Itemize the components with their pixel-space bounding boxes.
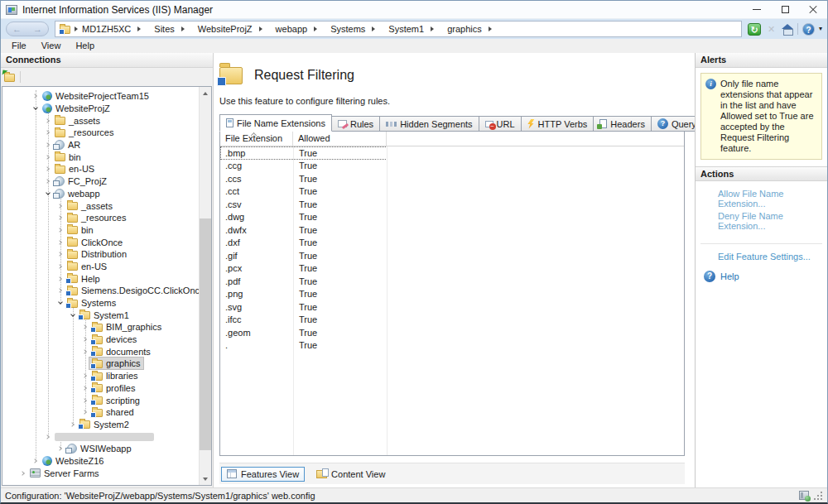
table-row[interactable]: .png True <box>220 288 388 301</box>
tree-expander-icon[interactable] <box>44 433 52 441</box>
tree-node[interactable] <box>52 431 156 443</box>
tree-item[interactable]: bin <box>2 224 199 237</box>
tree-expander-icon[interactable] <box>19 469 27 478</box>
tree-item[interactable]: Server Farms <box>2 467 199 479</box>
tree-node[interactable]: documents <box>89 346 153 358</box>
tree-expander-icon[interactable] <box>44 128 52 137</box>
tree-item[interactable] <box>2 430 199 443</box>
tree-item[interactable]: BIM_graphics <box>2 321 199 334</box>
refresh-button[interactable]: ↻ <box>748 23 761 36</box>
filter-tab[interactable]: Headers <box>593 116 652 132</box>
tree-expander-icon[interactable] <box>56 226 65 234</box>
tree-node[interactable]: webapp <box>52 188 103 199</box>
resize-grip[interactable] <box>814 491 823 500</box>
tree-item[interactable]: libraries <box>2 370 199 382</box>
tree-node[interactable]: libraries <box>89 370 141 382</box>
tree-expander-icon[interactable] <box>56 238 65 247</box>
minimize-button[interactable] <box>743 1 771 18</box>
filter-tab[interactable]: Query Strings <box>651 116 695 132</box>
table-row[interactable]: .pcx True <box>220 262 388 276</box>
forward-button[interactable]: → <box>33 25 42 34</box>
tree-node[interactable]: Server Farms <box>27 468 102 479</box>
tree-item[interactable]: WebsiteProjZ <box>2 103 199 115</box>
tree-item[interactable]: graphics <box>2 358 199 370</box>
tree-node[interactable]: WebsiteZ16 <box>40 455 107 467</box>
tree-item[interactable]: documents <box>2 345 199 358</box>
home-button[interactable] <box>782 24 793 35</box>
tree-node[interactable]: _assets <box>65 200 115 212</box>
tree-item[interactable]: AR <box>2 139 199 151</box>
tree-expander-icon[interactable] <box>44 190 52 198</box>
tree-expander-icon[interactable] <box>81 396 89 405</box>
tree-expander-icon[interactable] <box>56 444 65 453</box>
tree-expander-icon[interactable] <box>81 335 89 343</box>
tree-expander-icon[interactable] <box>31 457 40 465</box>
table-row[interactable]: .dwg True <box>220 211 388 224</box>
help-dropdown-icon[interactable]: ▾ <box>819 26 822 32</box>
tree-item[interactable]: System1 <box>2 309 199 321</box>
tree-expander-icon[interactable] <box>56 214 65 222</box>
tree-node[interactable]: graphics <box>89 358 143 369</box>
tree-expander-icon[interactable] <box>81 372 89 380</box>
tree-item[interactable]: devices <box>2 334 199 346</box>
table-row[interactable]: .pdf True <box>220 275 388 288</box>
tree-expander-icon[interactable] <box>44 153 52 161</box>
table-row[interactable]: .ccg True <box>220 160 388 173</box>
view-tab[interactable]: Features View <box>221 467 305 482</box>
table-row[interactable]: .dxf True <box>220 237 388 250</box>
table-row[interactable]: .gif True <box>220 249 388 262</box>
tree-expander-icon[interactable] <box>44 141 52 149</box>
action-link[interactable]: Deny File Name Extension... <box>718 211 827 231</box>
tree-node[interactable]: System2 <box>77 419 132 430</box>
tree-node[interactable]: Distribution <box>65 248 129 260</box>
tree-node[interactable]: WebsiteProjectTeam15 <box>40 90 152 102</box>
tree-node[interactable]: en-US <box>52 163 97 175</box>
tree-item[interactable]: _assets <box>2 114 199 127</box>
view-tab[interactable]: Content View <box>311 468 390 481</box>
breadcrumb-segment[interactable]: WebsiteProjZ <box>198 24 262 34</box>
scroll-down-icon[interactable] <box>200 473 212 485</box>
tree-item[interactable]: profiles <box>2 382 199 395</box>
menu-item[interactable]: File <box>4 39 34 53</box>
tree-item[interactable]: WebsiteZ16 <box>2 455 199 468</box>
maximize-button[interactable] <box>771 1 799 18</box>
tree-item[interactable]: _resources <box>2 127 199 139</box>
tree-item[interactable]: Systems <box>2 297 199 310</box>
tree-expander-icon[interactable] <box>56 250 65 258</box>
back-button[interactable]: ← <box>12 25 22 34</box>
tree-expander-icon[interactable] <box>56 286 65 295</box>
filter-tab[interactable]: Rules <box>331 116 380 132</box>
breadcrumb-segment[interactable]: MD1ZH5XC <box>82 24 141 34</box>
tree-expander-icon[interactable] <box>81 348 89 356</box>
tree-item[interactable]: WSIWebapp <box>2 443 199 455</box>
filter-tab[interactable]: HTTP Verbs <box>521 116 595 132</box>
table-row[interactable]: .cct True <box>220 185 388 199</box>
tree-expander-icon[interactable] <box>31 92 40 100</box>
tree-item[interactable]: _resources <box>2 212 199 224</box>
help-action[interactable]: ? Help <box>704 271 827 282</box>
scroll-up-icon[interactable] <box>200 87 212 99</box>
tree-node[interactable]: AR <box>52 139 83 151</box>
action-link[interactable]: Allow File Name Extension... <box>718 189 827 209</box>
table-row[interactable]: .csv True <box>220 198 388 211</box>
table-row[interactable]: .ifcc True <box>220 314 388 327</box>
tree-expander-icon[interactable] <box>81 408 89 416</box>
scrollbar-thumb[interactable] <box>200 218 211 450</box>
tree-item[interactable]: _assets <box>2 199 199 212</box>
tree-item[interactable]: WebsiteProjectTeam15 <box>2 90 199 103</box>
tree-node[interactable]: BIM_graphics <box>89 321 164 333</box>
table-row[interactable]: .dwfx True <box>220 223 388 237</box>
tree-expander-icon[interactable] <box>44 165 52 173</box>
menu-item[interactable]: Help <box>68 39 102 53</box>
tree-expander-icon[interactable] <box>56 262 65 271</box>
stop-button[interactable]: ✕ <box>765 23 777 36</box>
tree-item[interactable]: en-US <box>2 163 199 175</box>
tree-expander-icon[interactable] <box>31 104 40 113</box>
tree-scrollbar[interactable] <box>199 87 211 485</box>
tree-node[interactable]: WSIWebapp <box>65 443 134 454</box>
column-header-file-extension[interactable]: File Extension <box>220 132 293 146</box>
table-row[interactable]: .geom True <box>220 326 388 339</box>
breadcrumb-segment[interactable]: webapp <box>276 24 318 34</box>
close-button[interactable] <box>799 1 827 18</box>
scrollbar-track[interactable] <box>200 99 211 473</box>
